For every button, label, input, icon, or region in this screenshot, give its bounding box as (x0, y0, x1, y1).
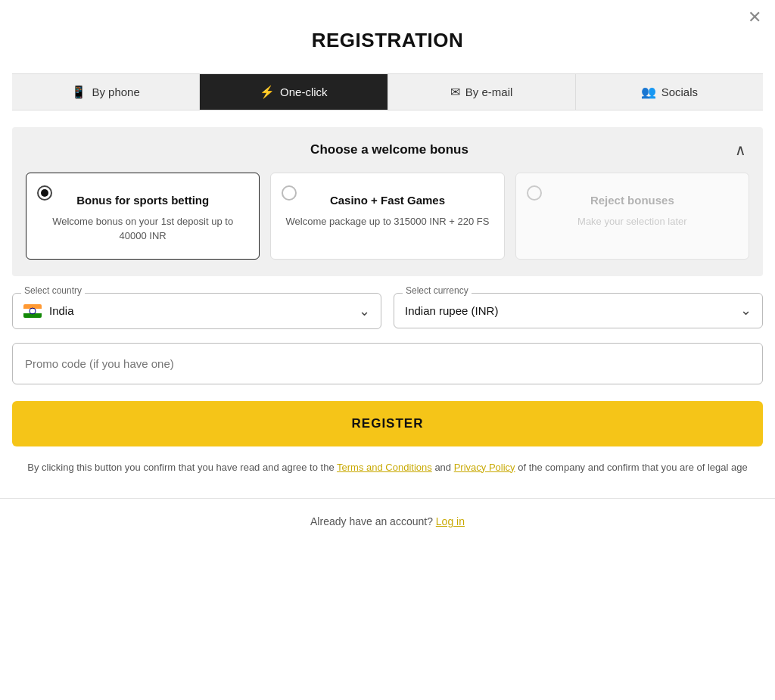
legal-prefix: By clicking this button you confirm that… (27, 462, 337, 473)
tab-one-click-label: One-click (280, 86, 328, 98)
promo-input[interactable] (12, 343, 763, 384)
collapse-button[interactable]: ∧ (732, 141, 749, 159)
close-button[interactable]: ✕ (748, 9, 761, 26)
socials-icon: 👥 (641, 85, 656, 99)
currency-chevron-icon: ⌄ (740, 302, 752, 319)
country-value: India (49, 304, 74, 317)
currency-label: Select currency (403, 285, 472, 296)
register-button[interactable]: REGISTER (12, 401, 763, 446)
radio-casino (282, 185, 297, 201)
terms-link[interactable]: Terms and Conditions (337, 462, 432, 473)
legal-suffix: of the company and confirm that you are … (515, 462, 748, 473)
tab-by-email-label: By e-mail (465, 86, 513, 98)
tab-socials-label: Socials (661, 86, 698, 98)
bonus-card-reject[interactable]: Reject bonuses Make your selection later (515, 173, 749, 260)
india-flag-icon (23, 304, 42, 318)
tab-by-phone[interactable]: 📱 By phone (12, 74, 200, 110)
bonus-card-sports[interactable]: Bonus for sports betting Welcome bonus o… (26, 173, 260, 260)
login-link[interactable]: Log in (436, 515, 465, 527)
card-reject-title: Reject bonuses (590, 193, 674, 208)
card-reject-desc: Make your selection later (577, 214, 687, 229)
phone-icon: 📱 (71, 85, 86, 99)
registration-tabs: 📱 By phone ⚡ One-click ✉ By e-mail 👥 Soc… (12, 73, 763, 110)
bonus-cards: Bonus for sports betting Welcome bonus o… (26, 173, 749, 260)
bonus-header: Choose a welcome bonus ∧ (26, 141, 749, 159)
card-sports-desc: Welcome bonus on your 1st deposit up to … (39, 214, 247, 244)
footer-prefix: Already have an account? (310, 515, 436, 527)
radio-sports (37, 185, 52, 201)
card-casino-desc: Welcome package up to 315000 INR + 220 F… (286, 214, 490, 229)
country-field: Select country India ⌄ (12, 293, 381, 329)
legal-middle: and (432, 462, 454, 473)
registration-modal: ✕ REGISTRATION 📱 By phone ⚡ One-click ✉ … (0, 0, 775, 700)
currency-field: Select currency Indian rupee (INR) ⌄ (394, 293, 763, 329)
currency-value: Indian rupee (INR) (405, 304, 498, 317)
legal-text: By clicking this button you confirm that… (12, 460, 763, 476)
country-select[interactable]: India ⌄ (12, 293, 381, 329)
modal-title: REGISTRATION (0, 0, 775, 73)
country-label: Select country (21, 285, 85, 296)
country-currency-row: Select country India ⌄ Select currency I… (12, 293, 763, 329)
tab-by-phone-label: By phone (92, 86, 139, 98)
tab-by-email[interactable]: ✉ By e-mail (388, 74, 576, 110)
lightning-icon: ⚡ (260, 85, 275, 99)
footer-text: Already have an account? Log in (0, 499, 775, 544)
tab-one-click[interactable]: ⚡ One-click (200, 74, 388, 110)
tab-socials[interactable]: 👥 Socials (576, 74, 763, 110)
privacy-link[interactable]: Privacy Policy (454, 462, 515, 473)
card-sports-title: Bonus for sports betting (76, 193, 209, 208)
radio-reject (527, 185, 542, 201)
currency-select[interactable]: Indian rupee (INR) ⌄ (394, 293, 763, 328)
promo-section (12, 343, 763, 384)
bonus-section: Choose a welcome bonus ∧ Bonus for sport… (12, 127, 763, 276)
email-icon: ✉ (450, 85, 460, 99)
bonus-card-casino[interactable]: Casino + Fast Games Welcome package up t… (270, 173, 504, 260)
card-casino-title: Casino + Fast Games (330, 193, 445, 208)
country-chevron-icon: ⌄ (359, 303, 370, 319)
bonus-section-title: Choose a welcome bonus (47, 142, 732, 157)
